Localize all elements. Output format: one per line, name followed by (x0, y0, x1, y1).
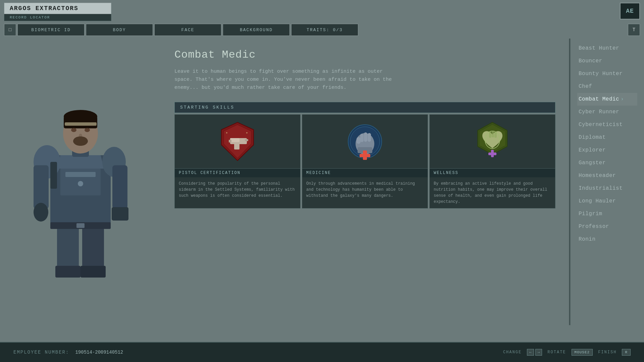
background-description: Leave it to human beings to fight over s… (174, 68, 402, 92)
sidebar-item-pilgrim[interactable]: Pilgrim (577, 207, 637, 220)
sidebar-item-bounty-hunter[interactable]: Bounty Hunter (577, 67, 637, 80)
medicine-skill-icon (345, 120, 385, 163)
skill-desc-wellness: By embracing an active lifestyle and goo… (430, 177, 555, 208)
svg-point-10 (34, 203, 48, 222)
skill-name-pistol: PISTOL CERTIFICATION (175, 168, 300, 177)
tab-biometric[interactable]: BIOMETRIC ID (17, 24, 85, 36)
character-area (0, 39, 161, 325)
top-header: ARGOS EXTRACTORS RECORD LOCATOR AE (0, 0, 644, 21)
logo-text: AE (626, 8, 634, 14)
svg-rect-41 (368, 133, 371, 142)
tab-face[interactable]: FACE (154, 24, 221, 36)
svg-rect-51 (494, 132, 497, 138)
change-buttons: ← → (527, 349, 542, 356)
sidebar-item-cyberneticist[interactable]: Cyberneticist (577, 118, 637, 131)
svg-point-18 (85, 128, 90, 132)
footer-controls: CHANGE ← → ROTATE MOUSE2 FINISH R (503, 349, 631, 356)
svg-marker-5 (57, 155, 104, 169)
svg-rect-33 (234, 142, 239, 149)
selection-cursor: › (621, 96, 624, 102)
right-sidebar[interactable]: Beast HunterBouncerBounty HunterChefComb… (570, 39, 644, 325)
record-locator: RECORD LOCATOR (4, 14, 111, 21)
starting-skills-header: STARTING SKILLS (174, 102, 555, 113)
skill-icon-area-wellness (430, 115, 555, 168)
pistol-skill-icon: ✦ ✦ (217, 120, 258, 163)
footer: EMPLOYEE NUMBER: 190514-2009140512 CHANG… (0, 342, 644, 362)
app-title-block: ARGOS EXTRACTORS RECORD LOCATOR (4, 3, 111, 21)
employee-label: EMPLOYEE NUMBER: (13, 350, 69, 355)
svg-rect-12 (112, 207, 128, 221)
svg-point-20 (73, 136, 88, 146)
sidebar-item-professor[interactable]: Professor (577, 220, 637, 233)
skill-icon-area-medicine (302, 115, 428, 168)
tab-background[interactable]: BACKGROUND (223, 24, 290, 36)
finish-key: R (622, 349, 631, 356)
change-label: CHANGE (503, 350, 522, 355)
wellness-skill-icon (472, 120, 513, 163)
skill-desc-medicine: Only through advancements in medical tra… (302, 177, 428, 208)
starting-skills-container: STARTING SKILLS ✦ ✦ (174, 102, 555, 208)
sidebar-item-industrialist[interactable]: Industrialist (577, 182, 637, 195)
svg-rect-21 (65, 122, 97, 126)
character-silhouette (0, 39, 161, 325)
character-figure (17, 81, 144, 283)
rotate-label: ROTATE (547, 350, 566, 355)
skill-name-medicine: MEDICINE (302, 168, 428, 177)
sidebar-item-bouncer[interactable]: Bouncer (577, 55, 637, 67)
svg-point-17 (71, 128, 76, 132)
svg-rect-9 (34, 165, 49, 209)
svg-rect-2 (55, 266, 80, 278)
svg-rect-39 (360, 134, 364, 142)
skill-card-wellness: WELLNESS By embracing an active lifestyl… (429, 114, 555, 208)
finish-label: FINISH (598, 350, 616, 355)
nav-right-button[interactable]: T (628, 24, 640, 36)
svg-rect-11 (112, 165, 127, 209)
svg-text:✦: ✦ (226, 131, 228, 135)
nav-left-button[interactable]: □ (4, 24, 16, 36)
svg-rect-45 (360, 154, 370, 157)
tab-traits[interactable]: TRAITS: 0/3 (291, 24, 358, 36)
sidebar-item-long-hauler[interactable]: Long Hauler (577, 195, 637, 207)
logo-block: AE (620, 3, 640, 19)
skill-name-wellness: WELLNESS (430, 168, 555, 177)
skill-card-medicine: MEDICINE Only through advancements in me… (302, 114, 428, 208)
change-left-button[interactable]: ← (527, 349, 534, 356)
skill-card-pistol: ✦ ✦ PISTOL CERTIFICATION Considering the… (174, 114, 301, 208)
sidebar-item-combat-medic[interactable]: Combat Medic › (577, 93, 637, 106)
employee-number: 190514-2009140512 (75, 350, 123, 355)
svg-rect-53 (488, 153, 496, 155)
svg-rect-26 (76, 223, 85, 228)
svg-rect-49 (489, 132, 491, 138)
rotate-key: MOUSE2 (572, 349, 593, 356)
svg-rect-35 (245, 139, 248, 141)
main-content: Combat Medic Leave it to human beings to… (0, 39, 644, 325)
svg-rect-24 (50, 162, 57, 189)
change-right-button[interactable]: → (535, 349, 542, 356)
finish-button[interactable]: R (622, 349, 631, 356)
svg-rect-22 (65, 172, 96, 177)
skills-grid: ✦ ✦ PISTOL CERTIFICATION Considering the… (174, 114, 555, 208)
skill-icon-area-pistol: ✦ ✦ (175, 115, 300, 168)
background-title: Combat Medic (174, 49, 555, 61)
nav-tabs: □ BIOMETRIC ID BODY FACE BACKGROUND TRAI… (0, 21, 644, 39)
skill-desc-pistol: Considering the popularity of the person… (175, 177, 300, 208)
sidebar-item-diplomat[interactable]: Diplomat (577, 131, 637, 144)
svg-rect-32 (230, 138, 239, 142)
sidebar-item-cyber-runner[interactable]: Cyber Runner (577, 106, 637, 118)
svg-rect-40 (364, 132, 367, 142)
svg-text:✦: ✦ (246, 131, 248, 135)
sidebar-item-chef[interactable]: Chef (577, 80, 637, 93)
sidebar-item-beast-hunter[interactable]: Beast Hunter (577, 42, 637, 55)
background-panel: Combat Medic Leave it to human beings to… (161, 39, 569, 325)
svg-rect-34 (229, 140, 231, 142)
sidebar-item-homesteader[interactable]: Homesteader (577, 169, 637, 182)
tab-body[interactable]: BODY (86, 24, 153, 36)
sidebar-item-explorer[interactable]: Explorer (577, 144, 637, 157)
svg-rect-50 (492, 131, 494, 137)
sidebar-item-ronin[interactable]: Ronin (577, 233, 637, 246)
svg-rect-3 (80, 266, 106, 278)
rotate-button[interactable]: MOUSE2 (572, 349, 593, 356)
app-title: ARGOS EXTRACTORS (4, 3, 111, 14)
svg-point-23 (78, 181, 83, 186)
sidebar-item-gangster[interactable]: Gangster (577, 157, 637, 169)
